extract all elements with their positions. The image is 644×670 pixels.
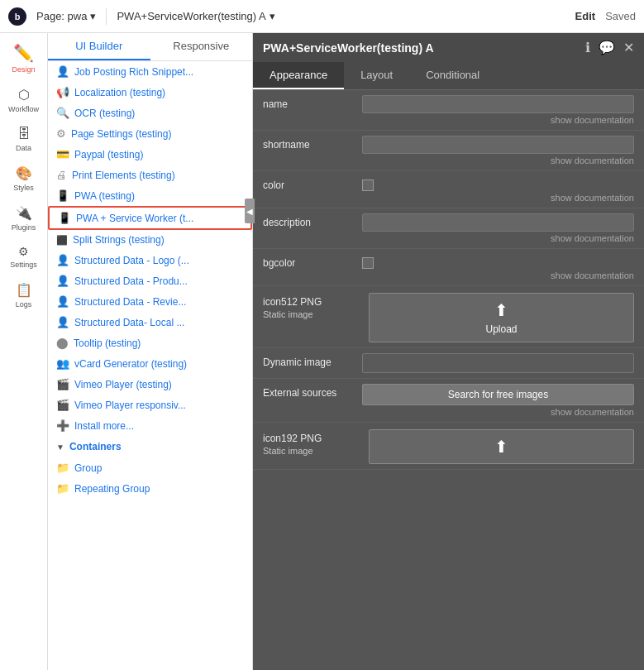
list-item[interactable]: 💳 Paypal (testing)	[48, 144, 252, 165]
dynamic-image-input[interactable]	[362, 353, 634, 373]
workflow-selector[interactable]: PWA+ServiceWorker(testing) A ▾	[117, 10, 274, 22]
pagesettings-icon: ⚙	[56, 127, 66, 140]
sidebar-item-workflow[interactable]: ⬡ Workflow	[0, 80, 47, 120]
shortname-input[interactable]	[362, 136, 634, 154]
repeating-group-item[interactable]: 📁 Repeating Group	[48, 478, 252, 499]
tab-layout[interactable]: Layout	[344, 62, 409, 89]
sidebar-item-plugins[interactable]: 🔌 Plugins	[0, 199, 47, 238]
list-item[interactable]: 📢 Localization (testing)	[48, 82, 252, 103]
description-input[interactable]	[362, 213, 634, 232]
data-label: Data	[16, 144, 31, 152]
icon512-row: icon512 PNG Static image ⬆ Upload	[263, 293, 634, 342]
containers-label: Containers	[69, 441, 122, 452]
list-item-selected[interactable]: 📱 PWA + Service Worker (t...	[48, 206, 252, 230]
search-free-images-button[interactable]: Search for free images	[362, 384, 634, 405]
workflow-icon: ⬡	[18, 87, 30, 103]
list-item[interactable]: 🖨 Print Elements (testing)	[48, 165, 252, 185]
description-doc[interactable]: show documentation	[362, 233, 634, 243]
sidebar-item-design[interactable]: ✏️ Design	[0, 36, 47, 80]
topbar-divider	[106, 8, 107, 25]
list-item[interactable]: 👤 Structured Data- Local ...	[48, 312, 252, 333]
list-item[interactable]: ⚙ Page Settings (testing)	[48, 123, 252, 144]
list-item[interactable]: ⬛ Split Strings (testing)	[48, 230, 252, 250]
dynamic-image-value	[362, 353, 634, 373]
list-item[interactable]: 🔍 OCR (testing)	[48, 103, 252, 123]
edit-button[interactable]: Edit	[575, 10, 596, 22]
external-sources-doc[interactable]: show documentation	[362, 407, 634, 417]
sidebar-item-logs[interactable]: 📋 Logs	[0, 275, 47, 315]
icon192-row: icon192 PNG Static image ⬆	[263, 429, 634, 464]
plugin-item-label: PWA + Service Worker (t...	[76, 213, 193, 224]
panel-header: PWA+ServiceWorker(testing) A ℹ 💬 ✕	[253, 33, 644, 62]
split-icon: ⬛	[56, 235, 68, 246]
icon512-png-label: icon512 PNG	[263, 296, 362, 308]
comment-icon[interactable]: 💬	[599, 40, 615, 55]
tab-responsive[interactable]: Responsive	[150, 33, 253, 60]
plugin-item-label: Paypal (testing)	[74, 149, 143, 160]
ocr-icon: 🔍	[56, 107, 69, 119]
structured-local-icon: 👤	[56, 316, 69, 328]
pwa-sw-icon: 📱	[58, 212, 71, 224]
icon512-static-label: Static image	[263, 308, 362, 321]
list-item[interactable]: 👤 Structured Data - Logo (...	[48, 250, 252, 270]
logs-icon: 📋	[16, 282, 32, 298]
icon192-section: icon192 PNG Static image ⬆	[253, 423, 644, 470]
list-item[interactable]: 🎬 Vimeo Player (testing)	[48, 374, 252, 395]
name-doc[interactable]: show documentation	[362, 115, 634, 125]
close-icon[interactable]: ✕	[623, 40, 634, 55]
list-item[interactable]: 👤 Structured Data - Produ...	[48, 270, 252, 291]
list-item[interactable]: 👤 Structured Data - Revie...	[48, 291, 252, 312]
field-shortname: shortname show documentation	[253, 131, 644, 171]
sidebar-item-settings[interactable]: ⚙ Settings	[0, 238, 47, 275]
upload-icon192-icon: ⬆	[494, 437, 508, 457]
list-item[interactable]: 🎬 Vimeo Player responsiv...	[48, 395, 252, 415]
field-dynamic-image: Dynamic image	[253, 348, 644, 379]
collapse-handle[interactable]: ◀	[245, 199, 255, 223]
design-icon: ✏️	[13, 43, 34, 63]
upload-icon: ⬆	[494, 300, 508, 320]
styles-icon: 🎨	[16, 165, 32, 181]
install-more-item[interactable]: ➕ Install more...	[48, 415, 252, 436]
plugin-item-label: Page Settings (testing)	[71, 128, 171, 140]
external-sources-value: Search for free images show documentatio…	[362, 384, 634, 417]
upload-button[interactable]: ⬆ Upload	[369, 293, 634, 342]
page-dropdown-icon[interactable]: ▾	[90, 10, 96, 22]
list-item[interactable]: ⬤ Tooltip (testing)	[48, 333, 252, 353]
install-icon: ➕	[56, 419, 69, 432]
list-item[interactable]: 📱 PWA (testing)	[48, 185, 252, 206]
list-item[interactable]: 👤 Job Posting Rich Snippet...	[48, 61, 252, 82]
tab-ui-builder[interactable]: UI Builder	[48, 33, 150, 60]
plugin-item-label: Structured Data - Logo (...	[74, 255, 189, 266]
icon192-controls: ⬆	[369, 429, 634, 464]
plugins-icon: 🔌	[16, 205, 32, 221]
bgcolor-checkbox[interactable]	[362, 257, 374, 269]
plugin-item-label: Structured Data - Revie...	[74, 296, 186, 308]
plugin-item-label: Tooltip (testing)	[74, 337, 141, 349]
panel-content: name show documentation shortname show d…	[253, 90, 644, 670]
field-bgcolor: bgcolor show documentation	[253, 249, 644, 286]
plugin-list: 👤 Job Posting Rich Snippet... 📢 Localiza…	[48, 61, 252, 670]
tab-appearance[interactable]: Appearance	[253, 62, 344, 89]
external-sources-label: External sources	[263, 384, 362, 399]
group-item[interactable]: 📁 Group	[48, 457, 252, 478]
list-item[interactable]: 👥 vCard Generator (testing)	[48, 353, 252, 374]
bgcolor-doc[interactable]: show documentation	[362, 270, 634, 280]
page-selector[interactable]: Page: pwa ▾	[36, 10, 96, 22]
plugin-item-label: Job Posting Rich Snippet...	[74, 66, 193, 78]
color-doc[interactable]: show documentation	[362, 193, 634, 203]
plugin-item-label: Vimeo Player (testing)	[74, 379, 172, 390]
containers-header[interactable]: ▼ Containers	[48, 436, 252, 457]
tab-conditional[interactable]: Conditional	[409, 62, 496, 89]
workflow-dropdown-icon[interactable]: ▾	[270, 10, 275, 22]
panel-header-icons: ℹ 💬 ✕	[585, 40, 634, 55]
upload-icon192-button[interactable]: ⬆	[369, 429, 634, 464]
info-icon[interactable]: ℹ	[585, 40, 590, 55]
color-checkbox[interactable]	[362, 179, 374, 191]
sidebar-item-styles[interactable]: 🎨 Styles	[0, 159, 47, 199]
shortname-doc[interactable]: show documentation	[362, 156, 634, 165]
sidebar-item-data[interactable]: 🗄 Data	[0, 120, 47, 159]
right-panel: PWA+ServiceWorker(testing) A ℹ 💬 ✕ Appea…	[253, 33, 644, 670]
name-input[interactable]	[362, 95, 634, 113]
description-value: show documentation	[362, 213, 634, 243]
vcard-icon: 👥	[56, 357, 69, 370]
